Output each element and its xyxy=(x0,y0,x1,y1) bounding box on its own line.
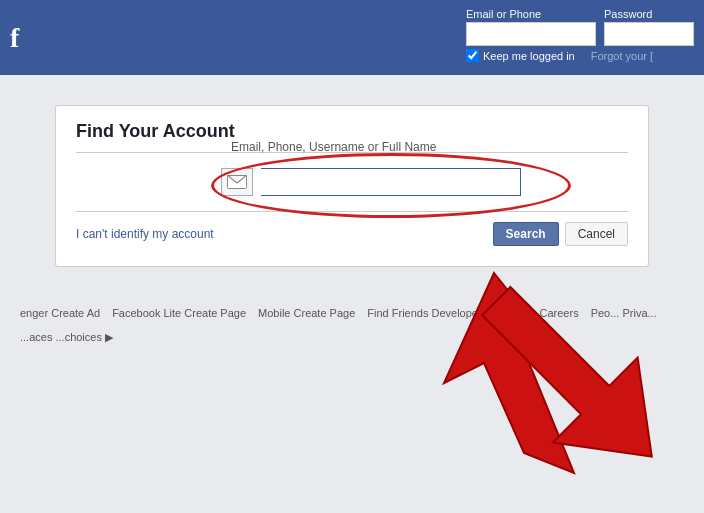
header: f Email or Phone Password Keep me logged… xyxy=(0,0,704,75)
footer: enger Create Ad Facebook Lite Create Pag… xyxy=(0,297,704,354)
footer-col-5: Badges Careers xyxy=(499,307,579,319)
footer-link-choices[interactable]: ...choices ▶ xyxy=(55,331,113,343)
facebook-logo: f xyxy=(10,22,18,54)
footer-link-privacy[interactable]: Priva... xyxy=(622,307,656,319)
find-account-input[interactable] xyxy=(261,168,521,196)
footer-link-find-friends[interactable]: Find Friends xyxy=(367,307,428,319)
main-content: Find Your Account Email, Phone, Username… xyxy=(0,75,704,354)
remember-checkbox[interactable] xyxy=(466,49,479,62)
remember-label: Keep me logged in xyxy=(483,50,575,62)
envelope-icon xyxy=(227,175,247,189)
footer-col-3: Mobile Create Page xyxy=(258,307,355,319)
footer-link-aces[interactable]: ...aces xyxy=(20,331,52,343)
password-field-group: Password xyxy=(604,8,694,46)
search-button[interactable]: Search xyxy=(493,222,559,246)
footer-link-peo[interactable]: Peo... xyxy=(591,307,620,319)
footer-col-7: ...aces ...choices ▶ xyxy=(20,331,113,344)
cancel-button[interactable]: Cancel xyxy=(565,222,628,246)
buttons-row: Search Cancel xyxy=(493,222,628,246)
cant-identify-link[interactable]: I can't identify my account xyxy=(76,227,214,241)
login-fields-row: Email or Phone Password xyxy=(466,8,694,46)
password-label: Password xyxy=(604,8,694,20)
footer-link-careers[interactable]: Careers xyxy=(540,307,579,319)
email-icon-box xyxy=(221,168,253,196)
footer-col-4: Find Friends Developers xyxy=(367,307,487,319)
forgot-password-link[interactable]: Forgot your [ xyxy=(591,50,653,62)
footer-link-messenger[interactable]: enger xyxy=(20,307,48,319)
footer-col-1: enger Create Ad xyxy=(20,307,100,319)
email-field-group: Email or Phone xyxy=(466,8,596,46)
login-area: Email or Phone Password Keep me logged i… xyxy=(466,0,704,62)
find-account-box: Find Your Account Email, Phone, Username… xyxy=(55,105,649,267)
footer-link-badges[interactable]: Badges xyxy=(499,307,536,319)
footer-link-mobile[interactable]: Mobile xyxy=(258,307,290,319)
search-row: Email, Phone, Username or Full Name xyxy=(76,168,628,196)
footer-link-developers[interactable]: Developers xyxy=(432,307,488,319)
footer-col-6: Peo... Priva... xyxy=(591,307,657,319)
find-account-title: Find Your Account xyxy=(76,121,628,153)
email-label: Email or Phone xyxy=(466,8,596,20)
footer-link-create-page[interactable]: Create Page xyxy=(184,307,246,319)
cant-identify-row: I can't identify my account Search Cance… xyxy=(76,211,628,246)
footer-link-create-ad[interactable]: Create Ad xyxy=(51,307,100,319)
email-input[interactable] xyxy=(466,22,596,46)
footer-link-facebook-lite[interactable]: Facebook Lite xyxy=(112,307,181,319)
footer-link-create-page-2[interactable]: Create Page xyxy=(294,307,356,319)
remember-row: Keep me logged in Forgot your [ xyxy=(466,49,694,62)
password-input[interactable] xyxy=(604,22,694,46)
footer-col-2: Facebook Lite Create Page xyxy=(112,307,246,319)
